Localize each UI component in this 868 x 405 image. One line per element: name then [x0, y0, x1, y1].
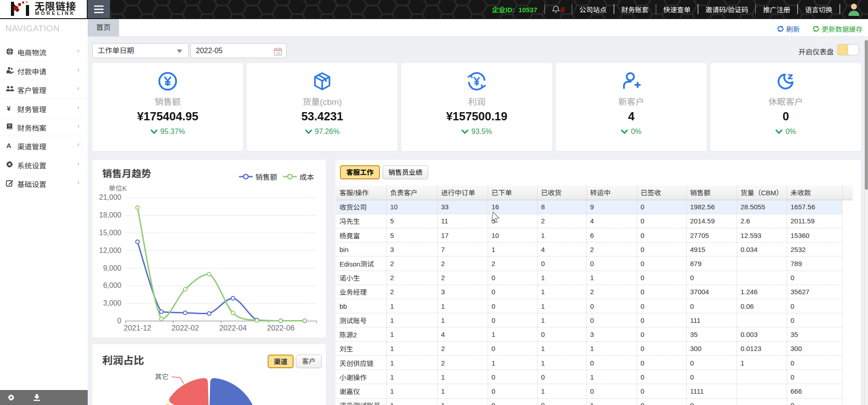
svg-text:18,000: 18,000 — [99, 211, 121, 219]
svg-text:12,000: 12,000 — [99, 247, 121, 254]
svg-text:A: A — [6, 142, 11, 149]
svg-text:15,000: 15,000 — [99, 229, 121, 237]
svg-text:¥: ¥ — [7, 104, 11, 112]
svg-text:2022-06: 2022-06 — [267, 324, 295, 332]
svg-text:3,000: 3,000 — [103, 299, 121, 307]
svg-text:15: 15 — [276, 51, 280, 55]
svg-text:6,000: 6,000 — [103, 282, 121, 289]
svg-text:9,000: 9,000 — [103, 264, 121, 272]
svg-text:21,000: 21,000 — [99, 193, 121, 201]
svg-text:0: 0 — [117, 317, 121, 325]
svg-text:2021-12: 2021-12 — [124, 324, 151, 332]
svg-text:其它: 其它 — [155, 373, 169, 380]
svg-text:2022-04: 2022-04 — [219, 324, 247, 332]
svg-text:2022-02: 2022-02 — [171, 324, 199, 332]
